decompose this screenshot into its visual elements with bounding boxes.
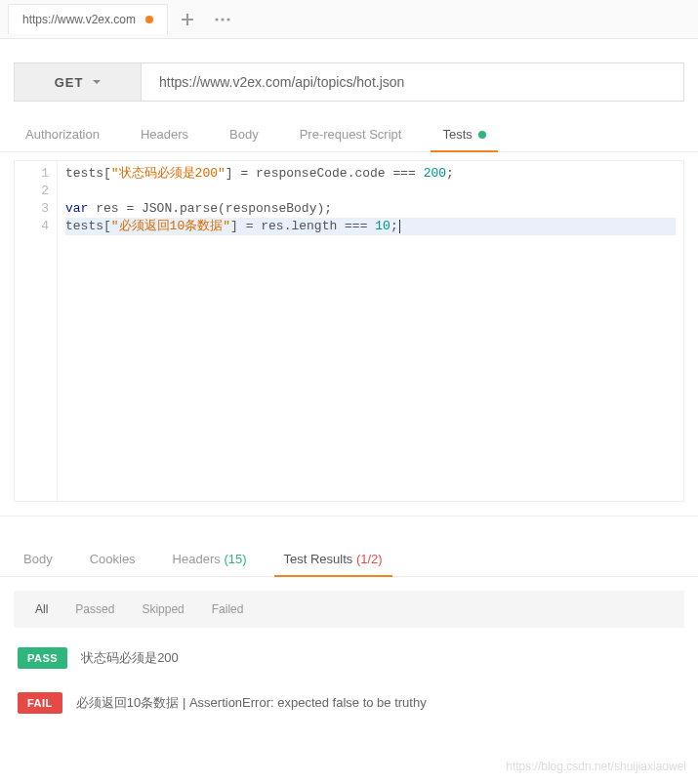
url-value: https://www.v2ex.com/api/topics/hot.json xyxy=(159,74,404,90)
tests-active-dot-icon xyxy=(478,131,486,139)
request-bar: GET https://www.v2ex.com/api/topics/hot.… xyxy=(14,62,684,102)
tab-prerequest[interactable]: Pre-request Script xyxy=(288,119,414,151)
url-input[interactable]: https://www.v2ex.com/api/topics/hot.json xyxy=(142,63,683,101)
test-result-row: PASS 状态码必须是200 xyxy=(0,636,698,681)
request-subtabs: Authorization Headers Body Pre-request S… xyxy=(0,102,698,152)
tab-response-body[interactable]: Body xyxy=(14,544,62,576)
unsaved-dot-icon xyxy=(145,16,153,23)
chevron-down-icon xyxy=(93,80,101,85)
filter-skipped[interactable]: Skipped xyxy=(132,600,193,618)
tab-test-results[interactable]: Test Results (1/2) xyxy=(274,544,392,576)
request-tab[interactable]: https://www.v2ex.com xyxy=(8,4,168,34)
tab-response-headers[interactable]: Headers (15) xyxy=(163,544,257,576)
response-tabs: Body Cookies Headers (15) Test Results (… xyxy=(0,516,698,577)
http-method-select[interactable]: GET xyxy=(15,63,142,101)
code-area[interactable]: tests["状态码必须是200"] = responseCode.code =… xyxy=(58,161,683,501)
code-line: tests["状态码必须是200"] = responseCode.code =… xyxy=(65,165,676,183)
filter-failed[interactable]: Failed xyxy=(202,600,254,618)
filter-passed[interactable]: Passed xyxy=(65,600,124,618)
code-line: tests["必须返回10条数据"] = res.length === 10; xyxy=(65,218,676,235)
svg-point-0 xyxy=(215,18,218,21)
test-result-row: FAIL 必须返回10条数据 | AssertionError: expecte… xyxy=(0,681,698,725)
cursor-icon xyxy=(399,220,400,233)
add-tab-button[interactable] xyxy=(172,4,203,35)
http-method-label: GET xyxy=(55,75,84,90)
tab-tests[interactable]: Tests xyxy=(431,119,497,151)
tab-body[interactable]: Body xyxy=(218,119,270,151)
test-message: 必须返回10条数据 | AssertionError: expected fal… xyxy=(76,694,427,712)
request-tab-label: https://www.v2ex.com xyxy=(22,13,136,26)
status-badge: PASS xyxy=(18,647,67,669)
code-line xyxy=(65,183,676,200)
status-badge: FAIL xyxy=(18,692,62,714)
svg-point-2 xyxy=(226,18,229,21)
plus-icon xyxy=(181,13,194,26)
more-tabs-button[interactable] xyxy=(207,4,238,35)
ellipsis-icon xyxy=(215,18,230,21)
tab-headers[interactable]: Headers xyxy=(129,119,200,151)
code-editor[interactable]: 1 2 3 4 tests["状态码必须是200"] = responseCod… xyxy=(14,160,684,502)
line-gutter: 1 2 3 4 xyxy=(15,161,58,501)
tab-authorization[interactable]: Authorization xyxy=(14,119,111,151)
tab-response-cookies[interactable]: Cookies xyxy=(80,544,145,576)
test-message: 状态码必须是200 xyxy=(81,649,179,667)
svg-point-1 xyxy=(221,18,224,21)
tab-bar: https://www.v2ex.com xyxy=(0,0,698,39)
code-line: var res = JSON.parse(responseBody); xyxy=(65,200,676,218)
filter-all[interactable]: All xyxy=(25,600,58,618)
result-filters: All Passed Skipped Failed xyxy=(14,591,684,628)
